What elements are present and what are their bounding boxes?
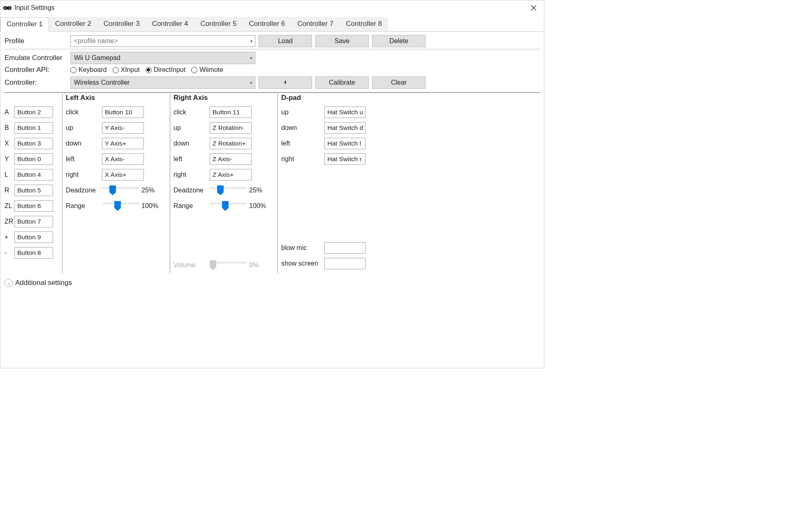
col-right-range-label: Range [173,202,210,210]
col-left-label-click: click [66,109,102,116]
face-label-+: + [5,234,14,241]
dpad-title: D-pad [281,94,365,102]
col-right-deadzone-value: 25% [249,187,271,194]
calibrate-button[interactable]: Calibrate [315,76,369,89]
col-left-range-slider[interactable] [102,201,139,211]
face-field-y[interactable]: Button 0 [14,153,53,165]
face-field-zl[interactable]: Button 6 [14,200,53,212]
col-left-range-label: Range [66,202,102,210]
blow_mic-label: blow mic [281,244,324,252]
tab-controller-4[interactable]: Controller 4 [146,17,194,31]
face-field-x[interactable]: Button 3 [14,138,53,149]
tab-controller-7[interactable]: Controller 7 [291,17,340,31]
radio-icon [146,67,152,73]
col-left-label-up: up [66,124,102,132]
save-button[interactable]: Save [315,35,369,47]
col-left-field-up[interactable]: Y Axis- [102,122,144,134]
refresh-button[interactable] [259,76,312,89]
col-left-label-down: down [66,140,102,147]
svg-point-4 [9,7,10,9]
tab-controller-3[interactable]: Controller 3 [97,17,146,31]
dpad-label-left: left [281,140,324,147]
profile-input[interactable] [70,35,255,47]
col-right-range-value: 100% [249,202,271,210]
tab-controller-1[interactable]: Controller 1 [0,17,49,32]
radio-icon [70,67,76,73]
col-right-label-left: left [173,155,210,163]
svg-point-3 [5,7,6,9]
api-radio-xinput[interactable]: XInput [113,66,140,74]
tab-controller-5[interactable]: Controller 5 [194,17,243,31]
col-left-label-left: left [66,155,102,163]
col-right-label-up: up [173,124,210,132]
dpad-label-down: down [281,124,324,132]
dpad-field-down[interactable]: Hat Switch d [324,122,365,134]
face-field--[interactable]: Button 8 [14,247,53,259]
radio-label: XInput [121,66,140,74]
tab-controller-6[interactable]: Controller 6 [243,17,291,31]
dpad-field-left[interactable]: Hat Switch l [324,138,365,149]
face-field-r[interactable]: Button 5 [14,185,53,196]
col-right-field-up[interactable]: Z Rotation- [210,122,252,134]
dpad-field-right[interactable]: Hat Switch r [324,153,365,165]
face-label-r: R [5,187,14,194]
col-left-field-click[interactable]: Button 10 [102,106,144,118]
controller-select[interactable]: Wireless Controller ▾ [70,76,255,89]
tab-controller-2[interactable]: Controller 2 [49,17,97,31]
svg-rect-2 [5,7,9,9]
emulate-select[interactable]: Wii U Gamepad ▾ [70,52,255,64]
delete-button[interactable]: Delete [372,35,426,47]
volume-label: Volume [173,261,210,269]
clear-button[interactable]: Clear [372,76,426,89]
show_screen-field[interactable] [324,258,365,269]
col-right-label-right: right [173,171,210,178]
face-label-a: A [5,109,14,116]
face-label-l: L [5,171,14,178]
controller-label: Controller: [5,79,70,87]
face-field-a[interactable]: Button 2 [14,106,53,118]
volume-slider[interactable] [210,260,247,270]
col-left-field-right[interactable]: X Axis+ [102,169,144,180]
left-axis-title: Left Axis [66,94,167,102]
col-left-field-down[interactable]: Y Axis+ [102,138,144,149]
face-field-+[interactable]: Button 9 [14,231,53,243]
dpad-label-up: up [281,109,324,116]
close-icon[interactable] [527,2,541,14]
expander-toggle[interactable]: ⌄ [5,279,13,287]
controller-value: Wireless Controller [74,79,130,86]
additional-settings-label: Additional settings [15,279,72,287]
col-right-field-click[interactable]: Button 11 [210,106,252,118]
col-right-field-left[interactable]: Z Axis- [210,153,252,165]
col-left-deadzone-slider[interactable] [102,185,139,195]
right-axis-title: Right Axis [173,94,275,102]
col-right-deadzone-slider[interactable] [210,185,247,195]
dpad-field-up[interactable]: Hat Switch u [324,106,365,118]
face-label-y: Y [5,155,14,163]
api-radio-keyboard[interactable]: Keyboard [70,66,107,74]
col-right-field-right[interactable]: Z Axis+ [210,169,252,180]
dpad-label-right: right [281,155,324,163]
api-radio-wiimote[interactable]: Wiimote [191,66,223,74]
face-field-l[interactable]: Button 4 [14,169,53,180]
col-left-field-left[interactable]: X Axis- [102,153,144,165]
radio-label: Wiimote [199,66,223,74]
face-label--: - [5,249,14,257]
face-field-zr[interactable]: Button 7 [14,216,53,227]
compass-icon [283,79,288,86]
face-label-zr: ZR [5,218,14,225]
svg-marker-7 [284,80,286,84]
api-label: Controller API: [5,66,70,74]
col-right-range-slider[interactable] [210,201,247,211]
tab-controller-8[interactable]: Controller 8 [340,17,388,31]
emulate-value: Wii U Gamepad [74,54,120,62]
load-button[interactable]: Load [259,35,312,47]
blow_mic-field[interactable] [324,242,365,254]
col-right-field-down[interactable]: Z Rotation+ [210,138,252,149]
face-field-b[interactable]: Button 1 [14,122,53,134]
col-left-label-right: right [66,171,102,178]
api-radio-directinput[interactable]: DirectInput [146,66,185,74]
col-left-deadzone-value: 25% [141,187,163,194]
chevron-down-icon: ⌄ [7,280,11,286]
emulate-label: Emulate Controller [5,54,70,62]
col-right-label-click: click [173,109,210,116]
